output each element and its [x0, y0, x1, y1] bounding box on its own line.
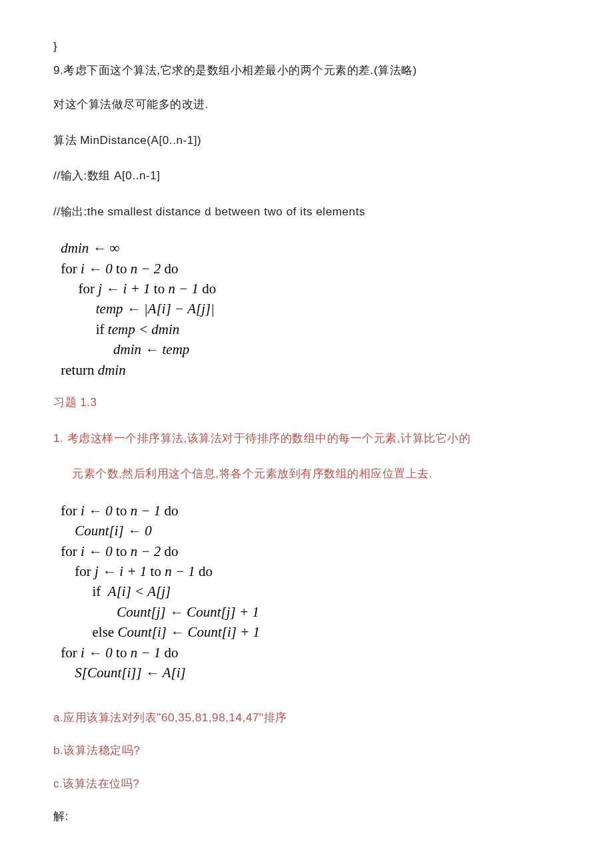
code-text: A[i] < A[j] [108, 583, 171, 599]
problem-9-pseudocode: dmin ← ∞ for i ← 0 to n − 2 do for j ← i… [57, 238, 560, 380]
code-text: temp < dmin [108, 321, 180, 337]
kw-do: do [165, 503, 179, 519]
document-page: } 9.考虑下面这个算法,它求的是数组小相差最小的两个元素的差.(算法略) 对这… [0, 0, 613, 868]
kw-to: to [116, 503, 131, 519]
kw-for: for [61, 261, 81, 277]
question-b: b.该算法稳定吗? [53, 741, 560, 760]
code-text: dmin [98, 362, 126, 378]
question-c: c.该算法在位吗? [53, 775, 560, 793]
kw-to: to [116, 543, 131, 559]
section-heading-1-3: 习题 1.3 [53, 393, 560, 412]
problem-9-algorithm-label: 算法 MinDistance(A[0..n-1]) [53, 131, 560, 150]
problem-9-input-comment: //输入:数组 A[0..n-1] [53, 167, 560, 185]
kw-for: for [61, 503, 81, 519]
code-line: temp ← |A[i] − A[j]| [96, 301, 215, 317]
code-text: Count[i] ← Count[i] + 1 [117, 624, 260, 640]
code-line: dmin ← temp [113, 341, 189, 357]
problem-9-prompt: 9.考虑下面这个算法,它求的是数组小相差最小的两个元素的差.(算法略) [53, 61, 560, 80]
kw-for: for [75, 563, 95, 579]
kw-for: for [79, 281, 99, 297]
code-text: n − 2 [131, 261, 165, 277]
code-text: i ← 0 [81, 261, 116, 277]
code-line: S[Count[i]] ← A[i] [75, 665, 186, 681]
kw-for: for [61, 543, 81, 559]
problem-9-improve-note: 对这个算法做尽可能多的改进. [53, 95, 560, 114]
code-line: dmin ← ∞ [61, 240, 119, 256]
closing-brace: } [53, 37, 560, 56]
code-text: j ← i + 1 [95, 563, 151, 579]
question-a: a.应用该算法对列表"60,35,81,98,14,47"排序 [53, 709, 560, 727]
code-text: i ← 0 [81, 503, 116, 519]
code-text: n − 2 [131, 543, 165, 559]
section-1-3-pseudocode: for i ← 0 to n − 1 do Count[i] ← 0 for i… [57, 501, 560, 683]
kw-to: to [151, 563, 165, 579]
kw-else: else [93, 624, 118, 640]
code-text: n − 1 [165, 563, 199, 579]
kw-do: do [202, 281, 216, 297]
code-text: i ← 0 [81, 543, 116, 559]
kw-for: for [61, 645, 81, 661]
kw-do: do [165, 645, 179, 661]
section-1-3-q1-line2: 元素个数,然后利用这个信息,将各个元素放到有序数组的相应位置上去. [72, 465, 560, 483]
kw-if: if [96, 321, 108, 337]
code-text: n − 1 [131, 645, 165, 661]
kw-to: to [154, 281, 169, 297]
kw-return: return [61, 362, 97, 378]
code-line: Count[j] ← Count[j] + 1 [117, 604, 259, 620]
code-text: n − 1 [168, 281, 202, 297]
kw-do: do [165, 543, 179, 559]
section-1-3-q1-line1: 1. 考虑这样一个排序算法,该算法对于待排序的数组中的每一个元素,计算比它小的 [53, 429, 560, 448]
answer-label: 解: [53, 807, 560, 826]
problem-9-output-comment: //输出:the smallest distance d between two… [53, 203, 560, 221]
kw-to: to [116, 645, 131, 661]
code-line: Count[i] ← 0 [75, 523, 152, 539]
kw-do: do [165, 261, 179, 277]
code-text: j ← i + 1 [98, 281, 154, 297]
kw-do: do [199, 563, 213, 579]
code-text: n − 1 [131, 503, 165, 519]
code-text: i ← 0 [81, 645, 116, 661]
kw-to: to [116, 261, 131, 277]
kw-if: if [93, 583, 108, 599]
